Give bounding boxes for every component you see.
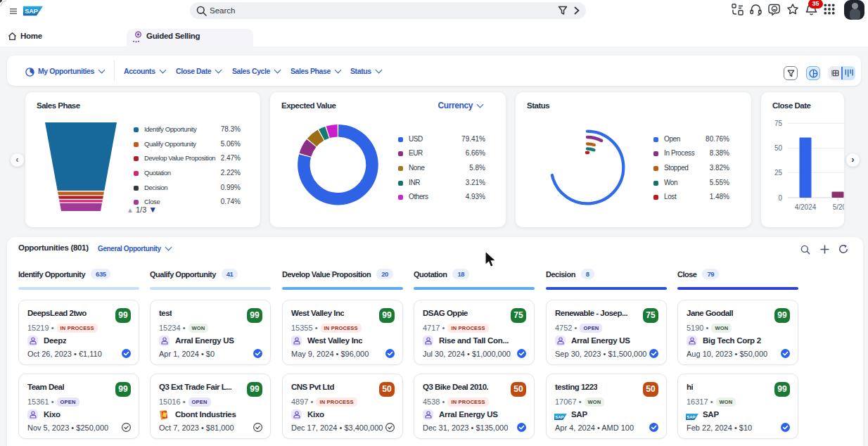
svg-text:SAP: SAP	[687, 415, 695, 419]
svg-text:SAP: SAP	[555, 415, 563, 419]
svg-text:50: 50	[774, 144, 783, 152]
svg-text:0: 0	[778, 194, 782, 202]
svg-text:5/2024: 5/2024	[833, 203, 844, 211]
svg-text:4/2024: 4/2024	[795, 203, 817, 211]
svg-text:75: 75	[774, 120, 783, 127]
svg-text:25: 25	[774, 169, 783, 177]
svg-text:SAP: SAP	[25, 8, 38, 15]
